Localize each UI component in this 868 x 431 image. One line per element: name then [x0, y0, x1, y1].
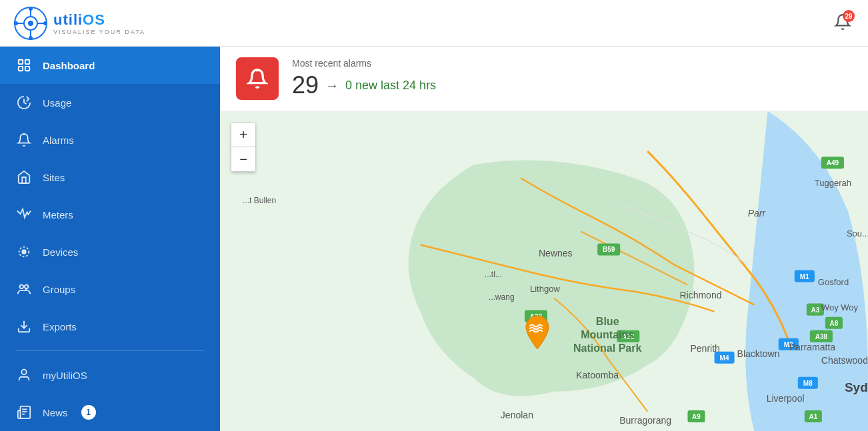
sidebar-item-exports-label: Exports	[43, 321, 77, 332]
svg-point-2	[28, 21, 33, 26]
sidebar-divider	[16, 350, 204, 351]
alarm-count-row: 29 → 0 new last 24 hrs	[292, 71, 436, 99]
logo-icon	[13, 6, 48, 41]
groups-icon	[16, 281, 32, 297]
svg-rect-12	[25, 60, 29, 64]
header: utiliOS VISUALISE YOUR DATA 29	[0, 0, 868, 47]
svg-point-8	[29, 36, 33, 40]
sidebar-item-dashboard[interactable]: Dashboard	[0, 47, 220, 84]
svg-text:M4: M4	[720, 354, 729, 362]
svg-text:Blue: Blue	[596, 315, 619, 327]
svg-text:Lithgow: Lithgow	[530, 284, 560, 294]
svg-text:Parr: Parr	[748, 208, 767, 218]
svg-point-10	[43, 21, 47, 25]
svg-text:Jenolan: Jenolan	[501, 410, 533, 420]
sidebar-item-alarms[interactable]: Alarms	[0, 121, 220, 159]
svg-point-7	[29, 7, 33, 11]
svg-text:Woy Woy: Woy Woy	[821, 302, 859, 312]
svg-text:Tuggerah: Tuggerah	[815, 178, 851, 188]
map-svg: B59 A32 A32 M2 M4 M1 A3	[220, 111, 868, 431]
svg-text:A1: A1	[809, 413, 817, 420]
sidebar-item-news[interactable]: News 1	[0, 394, 220, 431]
sidebar-item-usage-label: Usage	[43, 97, 71, 109]
svg-text:Sou...: Sou...	[847, 228, 868, 238]
sidebar-item-exports[interactable]: Exports	[0, 308, 220, 345]
map-pin-svg	[521, 314, 553, 352]
alarm-content: Most recent alarms 29 → 0 new last 24 hr…	[292, 58, 436, 99]
alarms-icon	[16, 132, 32, 148]
sidebar-item-alarms-label: Alarms	[43, 135, 74, 146]
svg-text:Richmond: Richmond	[679, 290, 721, 300]
svg-text:A3: A3	[811, 306, 819, 314]
sidebar-item-sites[interactable]: Sites	[0, 159, 220, 196]
sidebar-item-sites-label: Sites	[43, 172, 65, 183]
sidebar-item-usage[interactable]: Usage	[0, 84, 220, 121]
svg-text:Katoomba: Katoomba	[576, 370, 619, 380]
sidebar-item-groups-label: Groups	[43, 284, 75, 295]
svg-point-9	[14, 21, 18, 25]
logo: utiliOS VISUALISE YOUR DATA	[13, 6, 145, 41]
news-icon	[16, 404, 32, 420]
sidebar-item-meters-label: Meters	[43, 209, 73, 220]
usage-icon	[16, 95, 32, 111]
sidebar: Dashboard Usage Alarms	[0, 47, 220, 431]
svg-text:Penrith: Penrith	[690, 343, 719, 354]
svg-text:Parramatta: Parramatta	[789, 342, 836, 352]
svg-point-19	[20, 285, 23, 289]
alarm-bell-icon	[247, 68, 268, 89]
devices-icon	[16, 244, 32, 260]
map-pin[interactable]	[521, 314, 553, 352]
sidebar-item-devices-label: Devices	[43, 246, 78, 258]
svg-rect-11	[19, 60, 23, 64]
zoom-in-button[interactable]: +	[231, 123, 255, 147]
logo-tagline: VISUALISE YOUR DATA	[53, 29, 145, 35]
map-container[interactable]: B59 A32 A32 M2 M4 M1 A3	[220, 111, 868, 431]
exports-icon	[16, 318, 32, 334]
alarm-count: 29	[292, 71, 319, 99]
sites-icon	[16, 169, 32, 185]
svg-text:Gosford: Gosford	[818, 277, 849, 287]
header-right: 29	[831, 10, 855, 36]
sidebar-item-dashboard-label: Dashboard	[43, 60, 95, 71]
svg-rect-14	[25, 67, 29, 71]
svg-text:...wang: ...wang	[489, 292, 515, 302]
sidebar-item-devices[interactable]: Devices	[0, 233, 220, 270]
notification-badge: 29	[843, 10, 855, 22]
svg-text:...t Bullen: ...t Bullen	[243, 196, 276, 205]
map-zoom-controls: + −	[231, 122, 256, 172]
sidebar-item-meters[interactable]: Meters	[0, 196, 220, 233]
svg-text:Burragorang: Burragorang	[619, 415, 671, 426]
news-badge: 1	[81, 405, 96, 420]
svg-text:A49: A49	[827, 159, 839, 167]
svg-text:A8: A8	[829, 320, 838, 327]
alarm-icon-box	[236, 57, 279, 100]
svg-text:National Park: National Park	[573, 342, 641, 354]
alarm-arrow: →	[325, 78, 339, 93]
svg-text:A9: A9	[692, 413, 701, 420]
svg-text:...tl...: ...tl...	[485, 270, 502, 279]
sidebar-item-groups[interactable]: Groups	[0, 270, 220, 308]
logo-text: utiliOS VISUALISE YOUR DATA	[53, 11, 145, 35]
svg-text:M8: M8	[803, 380, 813, 387]
svg-rect-13	[19, 67, 23, 71]
svg-text:M1: M1	[800, 273, 809, 280]
meters-icon	[16, 207, 32, 222]
svg-point-22	[21, 370, 26, 374]
svg-text:A38: A38	[815, 333, 828, 340]
svg-text:Blacktown: Blacktown	[737, 348, 780, 359]
logo-name: utiliOS	[53, 11, 145, 29]
svg-text:Liverpool: Liverpool	[767, 393, 805, 404]
zoom-out-button[interactable]: −	[231, 147, 255, 171]
dashboard-icon	[16, 57, 32, 73]
alarm-new-label: 0 new last 24 hrs	[345, 79, 436, 93]
alarm-card: Most recent alarms 29 → 0 new last 24 hr…	[220, 47, 868, 111]
svg-text:Newnes: Newnes	[539, 248, 573, 258]
sidebar-item-myutilios[interactable]: myUtiliOS	[0, 356, 220, 394]
svg-text:Mountains: Mountains	[581, 328, 634, 340]
sidebar-item-news-label: News	[43, 407, 68, 418]
myutilios-icon	[16, 367, 32, 383]
notification-button[interactable]: 29	[831, 10, 855, 36]
main-content: Most recent alarms 29 → 0 new last 24 hr…	[220, 47, 868, 431]
svg-text:Sydney: Sydney	[845, 380, 868, 394]
alarm-title: Most recent alarms	[292, 58, 436, 69]
